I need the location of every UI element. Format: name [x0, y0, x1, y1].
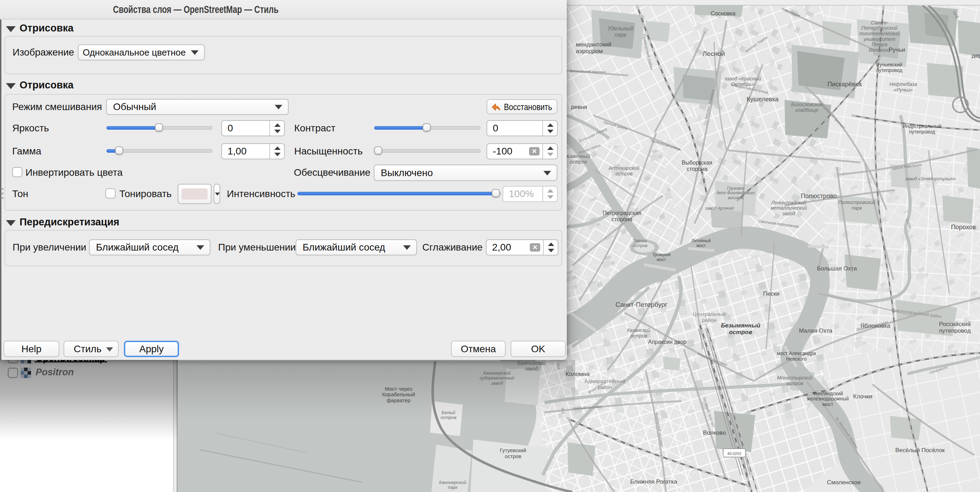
svg-text:Лесной: Лесной	[703, 50, 725, 57]
svg-text:Смоленское: Смоленское	[827, 479, 861, 486]
svg-text:Санкт-Петербург: Санкт-Петербург	[615, 301, 667, 308]
svg-text:Пискарёвка: Пискарёвка	[827, 81, 862, 88]
svg-text:Пески: Пески	[763, 291, 780, 297]
svg-text:Малая Охта: Малая Охта	[799, 327, 832, 334]
svg-text:Полюстрово: Полюстрово	[800, 193, 837, 200]
svg-text:Заячийостров: Заячийостров	[633, 238, 648, 248]
svg-text:Порохов: Порохов	[951, 224, 976, 231]
svg-text:завод «Электропульт»: завод «Электропульт»	[905, 176, 956, 181]
svg-text:деревня Р: деревня Р	[972, 53, 980, 59]
svg-text:Апраксин двор: Апраксин двор	[648, 339, 686, 345]
svg-text:Большая Охта: Большая Охта	[817, 265, 857, 272]
svg-text:Ближняя Рогатка: Ближняя Рогатка	[630, 478, 678, 485]
svg-text:Казанскийостров: Казанскийостров	[627, 327, 651, 339]
svg-text:Ручьевскийпутепровод: Ручьевскийпутепровод	[877, 62, 902, 73]
svg-text:Сосновка: Сосновка	[711, 11, 736, 16]
svg-text:Кушелевка: Кушелевка	[746, 96, 779, 103]
svg-text:Весёлый Посёлок: Весёлый Посёлок	[895, 447, 945, 454]
svg-text:Клочки: Клочки	[853, 393, 872, 400]
svg-text:Ручьи: Ручьи	[889, 46, 905, 53]
svg-text:Богословскоекладбище: Богословскоекладбище	[791, 102, 823, 113]
svg-text:Волково: Волково	[703, 430, 726, 436]
svg-text:завод Арсенал: завод Арсенал	[705, 206, 734, 211]
svg-text:Российскийпутепровод: Российскийпутепровод	[939, 321, 971, 334]
svg-text:40-0202: 40-0202	[727, 452, 741, 456]
